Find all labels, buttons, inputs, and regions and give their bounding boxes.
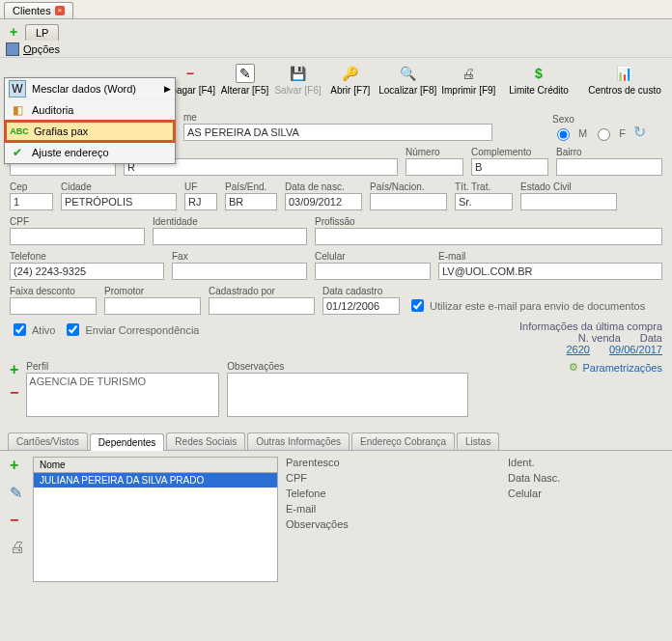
record-tabs: + LP bbox=[0, 19, 672, 41]
abc-check-icon: ABC bbox=[11, 123, 28, 140]
ativo-checkbox[interactable]: Ativo bbox=[10, 320, 55, 339]
data-nasc-field[interactable] bbox=[285, 193, 362, 210]
toolbar-label: Localizar [F8] bbox=[378, 85, 436, 96]
gear-icon: ⚙ bbox=[569, 361, 578, 374]
pais-end-field[interactable] bbox=[225, 193, 277, 210]
tab-outras-info[interactable]: Outras Informações bbox=[247, 432, 350, 450]
data-cadastro-field[interactable] bbox=[322, 297, 400, 315]
faixa-desconto-field[interactable] bbox=[10, 297, 97, 315]
toolbar-label: Alterar [F5] bbox=[221, 85, 268, 96]
localizar-button[interactable]: 🔍 Localizar [F8] bbox=[378, 62, 437, 98]
remove-perfil-button[interactable]: − bbox=[10, 384, 18, 402]
tab-clientes[interactable]: Clientes × bbox=[4, 2, 73, 18]
cep-field[interactable] bbox=[10, 193, 53, 210]
menu-item-label: Ajuste endereço bbox=[32, 147, 109, 158]
options-dropdown: W Mesclar dados (Word) ▶ ◧ Auditoria ABC… bbox=[4, 77, 176, 164]
ultima-compra-info: Informações da última compra N. vendaDat… bbox=[519, 320, 662, 355]
options-bar[interactable]: Opções bbox=[0, 41, 672, 58]
add-dependente-button[interactable]: + bbox=[10, 457, 25, 474]
imprimir-button[interactable]: 🖨 Imprimir [F9] bbox=[441, 62, 496, 98]
dependente-row[interactable]: JULIANA PEREIRA DA SILVA PRADO bbox=[34, 473, 277, 488]
submenu-arrow-icon: ▶ bbox=[164, 84, 171, 94]
salvar-button[interactable]: 💾 Salvar [F6] bbox=[273, 62, 322, 98]
record-tab-label: LP bbox=[36, 27, 48, 39]
save-icon: 💾 bbox=[289, 64, 308, 83]
email-docs-checkbox[interactable]: Utilizar este e-mail para envio de docum… bbox=[407, 296, 645, 315]
dependente-detail: ParentescoIdent. CPFData Nasc. TelefoneC… bbox=[286, 457, 662, 582]
edit-dependente-button[interactable]: ✎ bbox=[10, 484, 25, 502]
fax-field[interactable] bbox=[172, 263, 307, 280]
complemento-field[interactable] bbox=[471, 158, 548, 176]
data-compra-link[interactable]: 09/06/2017 bbox=[609, 344, 662, 355]
enviar-corresp-checkbox[interactable]: Enviar Correspondência bbox=[63, 320, 199, 339]
remove-dependente-button[interactable]: − bbox=[10, 512, 25, 529]
menu-item-label: Grafias pax bbox=[34, 125, 88, 137]
menu-item-label: Mesclar dados (Word) bbox=[32, 83, 136, 95]
dependentes-panel: + ✎ − 🖨 Nome JULIANA PEREIRA DA SILVA PR… bbox=[0, 451, 672, 588]
numero-field[interactable] bbox=[406, 158, 463, 176]
cadastrado-por-field[interactable] bbox=[209, 297, 315, 315]
add-record-button[interactable]: + bbox=[6, 24, 21, 40]
menu-item-label: Auditoria bbox=[32, 104, 73, 116]
tit-trat-field[interactable] bbox=[455, 193, 513, 210]
alterar-button[interactable]: ✎ Alterar [F5] bbox=[220, 62, 270, 98]
options-label: Opções bbox=[23, 43, 60, 55]
nvenda-link[interactable]: 2620 bbox=[566, 344, 589, 355]
toolbar-label: Limite Crédito bbox=[509, 85, 569, 96]
print-dependente-button[interactable]: 🖨 bbox=[10, 539, 25, 556]
dependentes-list[interactable]: Nome JULIANA PEREIRA DA SILVA PRADO bbox=[33, 457, 278, 582]
tab-listas[interactable]: Listas bbox=[457, 432, 499, 450]
label-nome: me bbox=[183, 112, 545, 123]
promotor-field[interactable] bbox=[104, 297, 201, 315]
options-icon bbox=[6, 42, 19, 56]
sexo-m-radio[interactable] bbox=[557, 128, 570, 141]
estado-civil-field[interactable] bbox=[520, 193, 617, 210]
search-icon: 🔍 bbox=[398, 64, 417, 83]
centros-custo-button[interactable]: 📊 Centros de custo bbox=[581, 62, 668, 98]
window-tabs: Clientes × bbox=[0, 0, 672, 19]
uf-field[interactable] bbox=[184, 193, 217, 210]
refresh-icon[interactable]: ↻ bbox=[633, 123, 662, 141]
menu-mesclar-dados[interactable]: W Mesclar dados (Word) ▶ bbox=[5, 78, 175, 99]
abrir-button[interactable]: 🔑 Abrir [F7] bbox=[326, 62, 375, 98]
label-numero: Número bbox=[406, 147, 463, 157]
tab-label: Clientes bbox=[13, 5, 51, 16]
tab-cartoes-vistos[interactable]: Cartões/Vistos bbox=[8, 432, 88, 450]
detail-tabs: Cartões/Vistos Dependentes Redes Sociais… bbox=[0, 432, 672, 451]
label-sexo: Sexo bbox=[552, 114, 626, 125]
toolbar-label: Imprimir [F9] bbox=[441, 85, 495, 96]
menu-ajuste-endereco[interactable]: ✔ Ajuste endereço bbox=[5, 142, 175, 163]
record-tab[interactable]: LP bbox=[25, 24, 59, 41]
dollar-icon: $ bbox=[529, 64, 548, 83]
celular-field[interactable] bbox=[315, 263, 431, 280]
cidade-field[interactable] bbox=[61, 193, 177, 210]
observacoes-box[interactable] bbox=[227, 373, 468, 417]
menu-auditoria[interactable]: ◧ Auditoria bbox=[5, 99, 175, 121]
bairro-field[interactable] bbox=[556, 158, 662, 176]
minus-icon: − bbox=[181, 64, 200, 83]
tab-endereco-cobranca[interactable]: Endereço Cobrança bbox=[351, 432, 455, 450]
telefone-field[interactable] bbox=[10, 263, 164, 280]
cpf-field[interactable] bbox=[10, 228, 145, 245]
label-complemento: Complemento bbox=[471, 147, 548, 157]
tab-dependentes[interactable]: Dependentes bbox=[90, 433, 165, 451]
toolbar-label: Abrir [F7] bbox=[330, 85, 370, 96]
nome-field[interactable] bbox=[183, 124, 492, 141]
menu-grafias-pax[interactable]: ABC Grafias pax bbox=[5, 121, 175, 142]
word-icon: W bbox=[9, 80, 26, 98]
identidade-field[interactable] bbox=[153, 228, 307, 245]
add-perfil-button[interactable]: + bbox=[10, 361, 18, 378]
print-icon: 🖨 bbox=[459, 64, 478, 83]
profissao-field[interactable] bbox=[315, 228, 662, 245]
address-icon: ✔ bbox=[9, 144, 26, 161]
sexo-f-radio[interactable] bbox=[598, 128, 610, 141]
tab-redes-sociais[interactable]: Redes Sociais bbox=[166, 432, 245, 450]
parametrizacoes-link[interactable]: ⚙ Parametrizações bbox=[569, 361, 662, 374]
perfil-list[interactable]: AGENCIA DE TURISMO bbox=[26, 373, 219, 417]
close-icon[interactable]: × bbox=[55, 6, 65, 15]
pais-nacion-field[interactable] bbox=[370, 193, 447, 210]
limite-credito-button[interactable]: $ Limite Crédito bbox=[500, 62, 577, 98]
audit-icon: ◧ bbox=[9, 101, 26, 119]
dependentes-header: Nome bbox=[34, 458, 277, 473]
email-field[interactable] bbox=[438, 263, 662, 280]
